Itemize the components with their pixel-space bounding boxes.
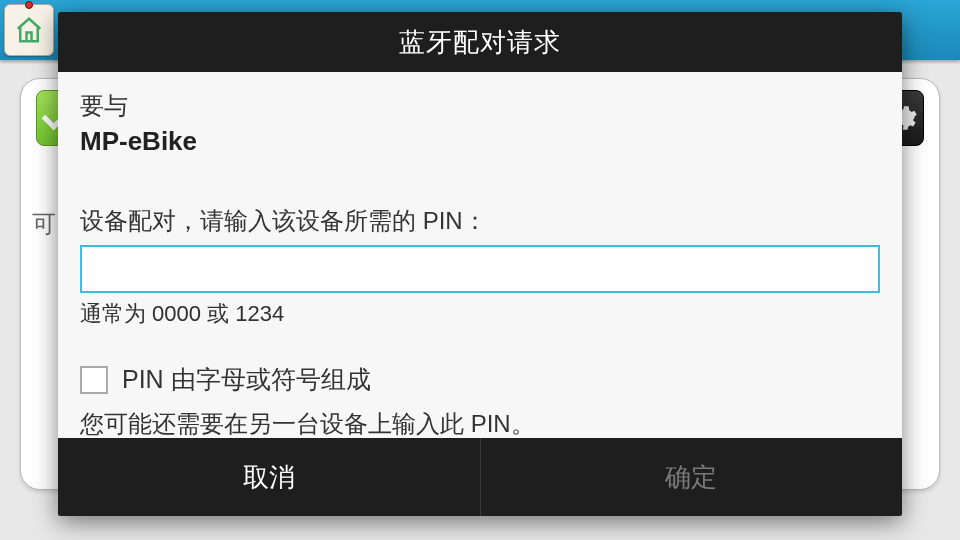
pin-input[interactable] xyxy=(80,245,880,293)
pushpin-icon xyxy=(25,1,33,9)
background-side-text: 可 xyxy=(32,208,56,240)
pin-note: 您可能还需要在另一台设备上输入此 PIN。 xyxy=(80,408,880,438)
ok-button[interactable]: 确定 xyxy=(480,438,903,516)
cancel-button[interactable]: 取消 xyxy=(58,438,480,516)
dialog-title: 蓝牙配对请求 xyxy=(58,12,902,72)
pin-hint: 通常为 0000 或 1234 xyxy=(80,299,880,329)
alpha-pin-label: PIN 由字母或符号组成 xyxy=(122,363,371,396)
bluetooth-pairing-dialog: 蓝牙配对请求 要与 MP-eBike 设备配对，请输入该设备所需的 PIN： 通… xyxy=(58,12,902,516)
pin-prompt: 设备配对，请输入该设备所需的 PIN： xyxy=(80,205,880,237)
home-button[interactable] xyxy=(4,4,54,56)
alpha-pin-checkbox[interactable] xyxy=(80,366,108,394)
pair-with-label: 要与 xyxy=(80,90,880,122)
dialog-body: 要与 MP-eBike 设备配对，请输入该设备所需的 PIN： 通常为 0000… xyxy=(58,72,902,438)
device-name: MP-eBike xyxy=(80,126,880,157)
dialog-button-bar: 取消 确定 xyxy=(58,438,902,516)
alpha-pin-row[interactable]: PIN 由字母或符号组成 xyxy=(80,363,880,396)
home-icon xyxy=(14,15,44,45)
